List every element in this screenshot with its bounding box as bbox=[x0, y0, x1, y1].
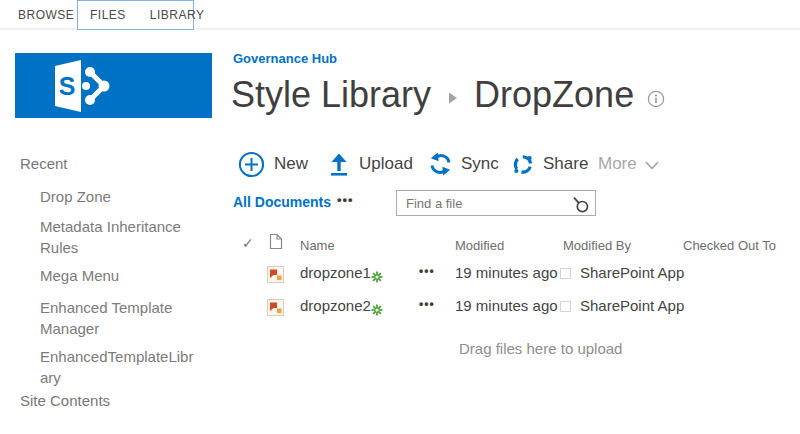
file-type-icon[interactable] bbox=[267, 299, 284, 320]
file-type-icon[interactable] bbox=[267, 266, 284, 287]
file-name-link[interactable]: dropzone2 bbox=[300, 297, 371, 314]
sync-icon bbox=[429, 152, 452, 176]
search-icon[interactable] bbox=[571, 195, 589, 217]
sharepoint-logo[interactable]: S bbox=[15, 53, 212, 118]
table-row: dropzone2 ••• 19 minutes ago SharePoint … bbox=[0, 293, 800, 326]
item-menu-ellipsis[interactable]: ••• bbox=[419, 297, 435, 311]
column-header-checked-out-to[interactable]: Checked Out To bbox=[683, 238, 776, 253]
site-breadcrumb-link[interactable]: Governance Hub bbox=[233, 51, 337, 66]
document-type-column-icon[interactable] bbox=[269, 233, 283, 253]
share-button[interactable]: Share bbox=[512, 148, 588, 180]
sidebar-item-drop-zone[interactable]: Drop Zone bbox=[40, 186, 198, 207]
svg-text:S: S bbox=[59, 72, 76, 100]
column-header-modified-by[interactable]: Modified By bbox=[563, 238, 631, 253]
new-badge-icon bbox=[371, 269, 383, 287]
sidebar-heading-recent: Recent bbox=[20, 155, 68, 172]
sharepoint-logo-icon: S bbox=[45, 59, 117, 113]
select-all-checkmark-icon[interactable]: ✓ bbox=[242, 235, 254, 251]
ribbon-tab-bar: BROWSE FILES LIBRARY bbox=[0, 0, 800, 30]
ribbon-tab-browse[interactable]: BROWSE bbox=[18, 0, 74, 30]
new-badge-icon bbox=[371, 302, 383, 320]
new-plus-icon bbox=[238, 151, 265, 178]
modified-cell: 19 minutes ago bbox=[455, 297, 558, 314]
table-row: dropzone1 ••• 19 minutes ago SharePoint … bbox=[0, 260, 800, 293]
sidebar-item-enhancedtemplatelibrary[interactable]: EnhancedTemplateLibrary bbox=[40, 346, 198, 388]
modified-by-cell: SharePoint App bbox=[580, 297, 684, 314]
column-header-modified[interactable]: Modified bbox=[455, 238, 504, 253]
item-menu-ellipsis[interactable]: ••• bbox=[419, 264, 435, 278]
column-header-name[interactable]: Name bbox=[300, 238, 335, 253]
more-button[interactable]: More bbox=[598, 148, 659, 180]
presence-indicator-icon bbox=[560, 268, 571, 279]
upload-button-label: Upload bbox=[359, 154, 413, 174]
file-name-link[interactable]: dropzone1 bbox=[300, 264, 371, 281]
share-icon bbox=[512, 153, 534, 176]
view-options-ellipsis[interactable]: ••• bbox=[337, 192, 354, 207]
page-title: Style Library DropZone bbox=[231, 74, 665, 116]
more-button-label: More bbox=[598, 154, 637, 174]
presence-indicator-icon bbox=[560, 301, 571, 312]
sync-button[interactable]: Sync bbox=[429, 148, 499, 180]
new-button-label: New bbox=[274, 154, 308, 174]
breadcrumb-current: DropZone bbox=[474, 74, 634, 116]
modified-by-cell: SharePoint App bbox=[580, 264, 684, 281]
share-button-label: Share bbox=[543, 154, 588, 174]
modified-cell: 19 minutes ago bbox=[455, 264, 558, 281]
info-icon[interactable] bbox=[647, 90, 665, 108]
search-input[interactable] bbox=[397, 191, 569, 215]
view-selector-all-documents[interactable]: All Documents bbox=[233, 194, 331, 210]
ribbon-tab-library[interactable]: LIBRARY bbox=[150, 8, 205, 22]
sync-button-label: Sync bbox=[461, 154, 499, 174]
sidebar-item-metadata-inheritance-rules[interactable]: Metadata Inheritance Rules bbox=[40, 216, 198, 258]
ribbon-tab-files[interactable]: FILES bbox=[90, 8, 126, 22]
upload-icon bbox=[328, 152, 350, 176]
search-box bbox=[396, 190, 596, 216]
chevron-down-icon bbox=[645, 161, 659, 170]
sidebar-item-site-contents[interactable]: Site Contents bbox=[20, 392, 110, 409]
new-button[interactable]: New bbox=[238, 148, 308, 180]
upload-button[interactable]: Upload bbox=[328, 148, 413, 180]
breadcrumb-parent-link[interactable]: Style Library bbox=[231, 74, 431, 116]
drag-drop-hint: Drag files here to upload bbox=[459, 340, 622, 357]
breadcrumb-separator-icon bbox=[449, 92, 458, 104]
ribbon-contextual-tab-group: FILES LIBRARY bbox=[77, 0, 194, 30]
